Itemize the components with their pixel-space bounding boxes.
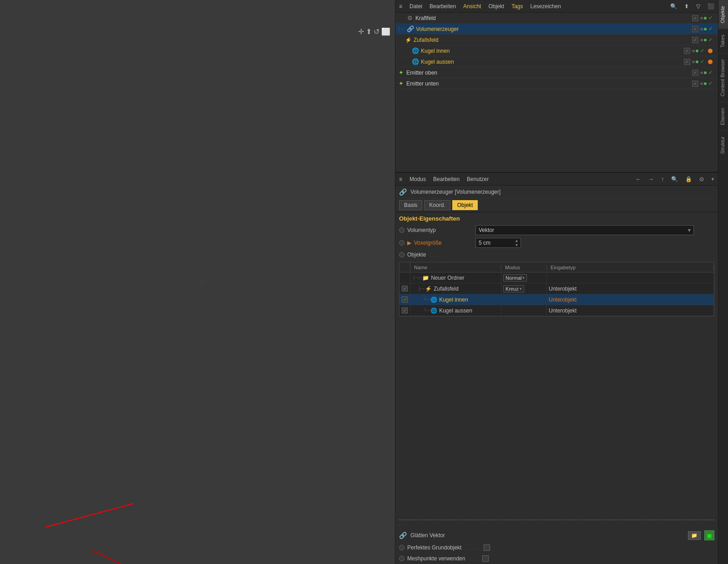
kugel-aussen-eingabetyp-cell: Unterobjekt	[547, 305, 714, 316]
up-icon[interactable]: ↑	[661, 176, 664, 182]
scene-menu-ansicht[interactable]: Ansicht	[463, 3, 481, 10]
attr-menu-icon[interactable]: ≡	[399, 176, 402, 182]
filter-icon[interactable]: ▽	[696, 3, 700, 10]
scene-menu-lesezeichen[interactable]: Lesezeichen	[530, 3, 561, 10]
volumenerzeuger-tick: ✓	[708, 26, 713, 32]
scene-menu-objekt[interactable]: Objekt	[488, 3, 504, 10]
scene-menu-tags[interactable]: Tags	[511, 3, 523, 10]
up-icon[interactable]: ⬆	[684, 3, 689, 10]
table-row-kugel-aussen[interactable]: └─ 🌐 Kugel aussen Unterobjekt	[399, 305, 714, 316]
up-icon[interactable]: ⬆	[366, 27, 372, 36]
attr-row-volumentyp: Volumentyp Vektor ▾	[395, 224, 718, 237]
kugel-innen-checkbox[interactable]: ✓	[684, 48, 690, 54]
kugel-innen-tick: ✓	[700, 48, 704, 54]
emitter-unten-checkbox[interactable]: ✓	[692, 81, 698, 87]
zufallsfeld-dot	[700, 39, 707, 41]
ordner-modus-cell[interactable]: Normal ▾	[501, 272, 547, 283]
obj-row-emitter-unten[interactable]: ✦ Emitter unten ✓ ✓	[395, 78, 718, 89]
kugel-innen-checkbox[interactable]	[402, 297, 408, 302]
zufallsfeld-modus-dropdown[interactable]: Kreuz ▾	[503, 285, 524, 292]
glatten-label: Glätten Vektor	[410, 532, 445, 539]
circle-voxelgroesse[interactable]	[399, 240, 404, 246]
zufallsfeld-modus-cell[interactable]: Kreuz ▾	[501, 283, 547, 294]
volumentyp-value: Vektor	[479, 227, 494, 233]
btn-folder[interactable]: 📁	[688, 531, 701, 540]
target-icon[interactable]: ⊙	[699, 176, 704, 182]
attr-menu-benutzer[interactable]: Benutzer	[467, 176, 489, 182]
tab-basis[interactable]: Basis	[399, 200, 422, 210]
scene-menu-bearbeiten[interactable]: Bearbeiten	[430, 3, 456, 10]
table-row-zufallsfeld[interactable]: ├─ ⚡ Zufallsfeld Kreuz ▾ Unterobjekt	[399, 283, 714, 294]
svg-line-11	[202, 0, 364, 282]
side-tab-ebenen[interactable]: Ebenen	[718, 102, 728, 131]
attr-menu-bearbeiten[interactable]: Bearbeiten	[433, 176, 460, 182]
tab-objekt[interactable]: Objekt	[452, 200, 478, 210]
btn-green[interactable]: ▣	[704, 530, 714, 540]
lock-icon[interactable]: 🔒	[685, 176, 692, 182]
object-list: ⚙ Kraftfeld ✓ ✓ ├ □	[395, 13, 718, 172]
volumenerzeuger-icon: 🔗	[407, 25, 414, 32]
volumentyp-dropdown[interactable]: Vektor ▾	[475, 225, 694, 235]
tab-koord[interactable]: Koord.	[424, 200, 450, 210]
circle-meshpunkte[interactable]	[399, 556, 404, 561]
table-row-neuer-ordner[interactable]: ├─□ 📁 Neuer Ordner Normal ▾	[399, 272, 714, 283]
forward-icon[interactable]: →	[648, 176, 654, 182]
meshpunkte-checkbox[interactable]	[482, 555, 489, 562]
rotate-icon[interactable]: ↺	[374, 27, 379, 36]
side-tab-struktur[interactable]: Struktur	[718, 131, 728, 160]
add-icon[interactable]: +	[711, 176, 714, 182]
circle-objekte[interactable]	[399, 252, 404, 257]
circle-volumentyp[interactable]	[399, 227, 404, 233]
perfektes-checkbox[interactable]	[484, 544, 490, 551]
obj-row-kugel-aussen[interactable]: 🌐 Kugel aussen ✓ ✓	[395, 56, 718, 67]
attr-menu-modus[interactable]: Modus	[410, 176, 426, 182]
search-icon[interactable]: 🔍	[670, 3, 677, 10]
move-icon[interactable]: ✛	[358, 27, 364, 36]
dot2	[696, 60, 698, 63]
ordner-modus-dropdown[interactable]: Normal ▾	[503, 274, 527, 282]
frame-icon[interactable]: ⬜	[381, 27, 390, 36]
voxelgroesse-input[interactable]: 5 cm ▴ ▾	[475, 238, 521, 248]
emitter-oben-checkbox[interactable]: ✓	[692, 70, 698, 76]
kugel-aussen-checkbox[interactable]	[402, 307, 408, 313]
obj-row-kugel-innen[interactable]: 🌐 Kugel innen ✓ ✓	[395, 45, 718, 56]
emitter-unten-dot	[700, 82, 707, 85]
svg-line-10	[202, 0, 273, 282]
attr-row-meshpunkte: Meshpunkte verwenden . . . .	[395, 553, 718, 564]
kugel-aussen-eingabetyp: Unterobjekt	[549, 307, 576, 314]
attr-section-title: Objekt-Eigenschaften	[395, 212, 718, 224]
checkbox-cell-zufallsfeld[interactable]	[399, 283, 410, 294]
glatten-vektor-row: 🔗 Glätten Vektor 📁 ▣	[395, 529, 718, 542]
scene-menu-icon[interactable]: ≡	[399, 3, 402, 10]
obj-row-kraftfeld[interactable]: ⚙ Kraftfeld ✓ ✓	[395, 13, 718, 24]
kugel-aussen-t-icon: 🌐	[430, 307, 437, 314]
obj-row-zufallsfeld[interactable]: ⚡ Zufallsfeld ✓ ✓	[395, 35, 718, 45]
svg-line-3	[182, 0, 364, 282]
search-icon[interactable]: 🔍	[671, 176, 678, 182]
obj-row-volumenerzeuger[interactable]: ├ □ 🔗 Volumenerzeuger ✓ ✓	[395, 24, 718, 35]
spin-arrows[interactable]: ▴ ▾	[516, 238, 518, 247]
zufallsfeld-icon: ⚡	[404, 37, 412, 43]
kraftfeld-checkbox[interactable]: ✓	[692, 15, 698, 21]
zufallsfeld-checkbox[interactable]: ✓	[692, 37, 698, 43]
zufallsfeld-eingabetyp-cell: Unterobjekt	[547, 283, 714, 294]
side-tab-content-browser[interactable]: Content Browser	[718, 53, 728, 102]
zufallsfeld-checkbox[interactable]	[402, 286, 408, 292]
checkbox-cell-kugel-aussen[interactable]	[399, 305, 410, 316]
kugel-aussen-checkbox[interactable]: ✓	[684, 59, 690, 65]
side-tab-objekte[interactable]: Objekte	[718, 0, 728, 29]
dot1	[700, 39, 703, 41]
scene-menu-datei[interactable]: Datei	[410, 3, 422, 10]
dot2	[704, 71, 707, 74]
green-icon: ▣	[707, 532, 712, 539]
side-tab-takes[interactable]: Takes	[718, 29, 728, 53]
circle-perfektes[interactable]	[399, 545, 404, 550]
obj-row-emitter-oben[interactable]: ✦ Emitter oben ✓ ✓	[395, 67, 718, 78]
expand-icon[interactable]: ⬛	[708, 3, 714, 10]
back-icon[interactable]: ←	[636, 176, 641, 182]
table-row-kugel-innen[interactable]: └─ 🌐 Kugel innen Unterobjekt	[399, 294, 714, 305]
spin-down: ▾	[516, 243, 518, 247]
volumenerzeuger-checkbox[interactable]: ✓	[692, 26, 698, 32]
checkbox-cell-kugel-innen[interactable]	[399, 294, 410, 305]
dot1	[700, 17, 703, 20]
